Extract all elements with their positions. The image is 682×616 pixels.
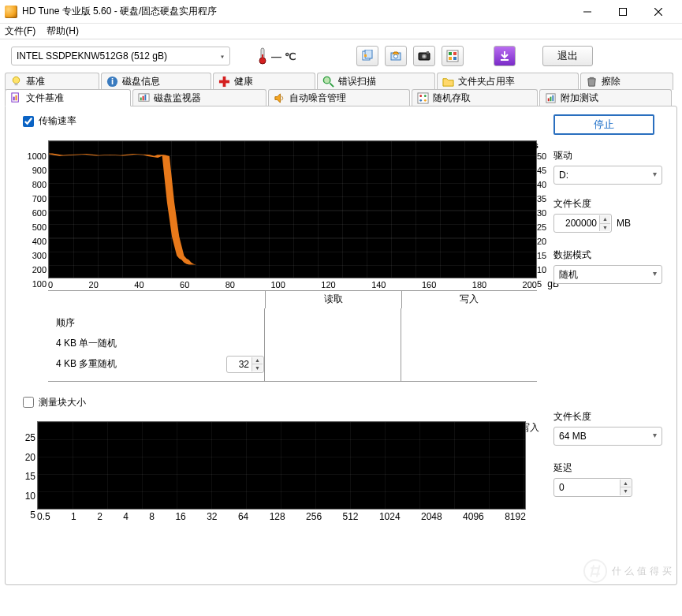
menu-bar: 文件(F) 帮助(H) <box>0 24 682 39</box>
row-random-single: 4 KB 单一随机 <box>56 334 264 354</box>
watermark-text: 什么值得买 <box>612 565 675 578</box>
transfer-rate-chart: 1000900800700600500400300200100 MB/s ms … <box>13 140 544 289</box>
svg-point-38 <box>419 99 422 102</box>
results-header-write: 写入 <box>401 291 538 308</box>
plus-icon <box>218 76 230 88</box>
tab-trash[interactable]: 擦除 <box>580 73 673 90</box>
spinner-up-icon[interactable]: ▲ <box>599 215 610 224</box>
svg-rect-15 <box>453 52 457 55</box>
row-sequential: 顺序 <box>56 313 264 334</box>
tab-label: 文件基准 <box>26 91 64 105</box>
data-mode-value: 随机 <box>559 268 578 282</box>
info-icon: i <box>106 76 118 88</box>
tab-info[interactable]: i磁盘信息 <box>101 73 211 90</box>
chart-plot-area <box>48 140 537 278</box>
device-select-value: INTEL SSDPEKNW512G8 (512 gB) <box>17 50 167 62</box>
data-mode-select[interactable]: 随机 <box>553 265 662 284</box>
lower-controls: 文件长度 64 MB 延迟 0 ▲▼ <box>553 396 669 523</box>
toolbar: INTEL SSDPEKNW512G8 (512 gB) — ℃ 退出 <box>0 39 682 73</box>
spinner-down-icon[interactable]: ▼ <box>599 224 610 232</box>
svg-rect-28 <box>12 92 18 101</box>
tab-label: 附加测试 <box>561 91 598 105</box>
tab-file-benchmark[interactable]: 文件基准 <box>5 89 131 106</box>
drive-select[interactable]: D: <box>553 166 662 185</box>
delay-spinner[interactable]: 0 ▲▼ <box>553 478 632 497</box>
blocksize-checkbox-input[interactable] <box>23 397 34 408</box>
stop-button[interactable]: 停止 <box>553 114 654 135</box>
drive-select-value: D: <box>559 170 568 181</box>
window-close-button[interactable] <box>640 1 676 23</box>
save-screenshot-button[interactable] <box>413 46 435 66</box>
monitor-icon <box>138 92 150 104</box>
trash-icon <box>586 76 598 88</box>
temperature-value: — ℃ <box>271 50 296 62</box>
tab-label: 自动噪音管理 <box>289 91 346 105</box>
copy-info-button[interactable] <box>356 46 378 66</box>
results-table: 读取 写入 顺序 4 KB 单一随机 4 KB 多重随机 32 <box>48 290 537 382</box>
blocksize-checkbox[interactable]: 测量块大小 <box>23 396 86 409</box>
svg-rect-32 <box>140 98 142 101</box>
tab-label: 文件夹占用率 <box>458 75 515 88</box>
tab-extra[interactable]: 附加测试 <box>539 89 672 106</box>
window-minimize-button[interactable] <box>569 1 605 23</box>
tab-plus[interactable]: 健康 <box>213 73 315 90</box>
file-length-spinner[interactable]: 200000 ▲▼ <box>553 214 612 233</box>
data-mode-label: 数据模式 <box>553 248 669 262</box>
folder-icon <box>442 76 454 88</box>
file-length2-label: 文件长度 <box>553 410 669 424</box>
tab-label: 健康 <box>234 75 253 88</box>
svg-point-39 <box>424 99 427 102</box>
tab-monitor[interactable]: 磁盘监视器 <box>132 89 266 106</box>
chart-series-line <box>49 141 536 278</box>
tab-panel-file-benchmark: 传输速率 1000900800700600500400300200100 MB/… <box>5 106 677 585</box>
svg-rect-24 <box>219 80 229 84</box>
svg-rect-30 <box>16 95 17 100</box>
upper-controls: 停止 驱动 D: 文件长度 200000 ▲▼ MB 数据模式 随机 <box>553 114 669 382</box>
transfer-rate-checkbox[interactable]: 传输速率 <box>23 114 76 128</box>
transfer-rate-label: 传输速率 <box>39 114 76 128</box>
queue-depth-value: 32 <box>239 359 249 370</box>
app-icon <box>5 6 17 18</box>
svg-point-25 <box>323 77 330 83</box>
queue-depth-spinner[interactable]: 32 ▲▼ <box>226 356 264 373</box>
tab-lightbulb[interactable]: 基准 <box>5 73 99 90</box>
device-select[interactable]: INTEL SSDPEKNW512G8 (512 gB) <box>11 47 230 65</box>
window-maximize-button[interactable] <box>605 1 640 23</box>
tab-label: 擦除 <box>602 75 621 88</box>
copy-screenshot-button[interactable] <box>385 46 407 66</box>
exit-button[interactable]: 退出 <box>542 46 593 66</box>
svg-rect-35 <box>418 93 428 103</box>
svg-point-36 <box>419 95 422 97</box>
random-icon <box>417 92 429 104</box>
menu-file[interactable]: 文件(F) <box>5 24 35 38</box>
svg-rect-42 <box>550 97 552 102</box>
spinner-down-icon[interactable]: ▼ <box>252 364 263 371</box>
svg-rect-0 <box>619 8 626 15</box>
tab-magnifier[interactable]: 错误扫描 <box>317 73 435 90</box>
svg-rect-3 <box>262 54 263 59</box>
transfer-rate-checkbox-input[interactable] <box>23 116 34 127</box>
menu-help[interactable]: 帮助(H) <box>47 24 79 38</box>
svg-rect-18 <box>501 59 509 61</box>
svg-rect-17 <box>453 57 457 60</box>
spinner-up-icon[interactable]: ▲ <box>620 480 631 488</box>
options-button[interactable] <box>442 46 464 66</box>
row-random-multi: 4 KB 多重随机 <box>56 357 117 371</box>
results-header-read: 读取 <box>265 291 401 308</box>
file-length-value: 200000 <box>565 218 597 229</box>
file-length2-select[interactable]: 64 MB <box>553 427 662 446</box>
tab-random[interactable]: 随机存取 <box>412 89 538 106</box>
thermometer-icon <box>257 47 268 65</box>
tab-folder[interactable]: 文件夹占用率 <box>437 73 579 90</box>
chart-y2-unit: ms <box>526 140 544 150</box>
spinner-down-icon[interactable]: ▼ <box>620 487 631 495</box>
watermark: 什么值得买 <box>583 559 675 583</box>
svg-text:i: i <box>111 77 114 86</box>
svg-line-26 <box>330 83 334 87</box>
spinner-up-icon[interactable]: ▲ <box>252 357 263 365</box>
save-button[interactable] <box>494 46 516 66</box>
chart2-plot-area <box>37 421 526 510</box>
file-length-label: 文件长度 <box>553 197 669 211</box>
tab-speaker[interactable]: 自动噪音管理 <box>268 89 410 106</box>
tab-label: 随机存取 <box>433 91 471 105</box>
